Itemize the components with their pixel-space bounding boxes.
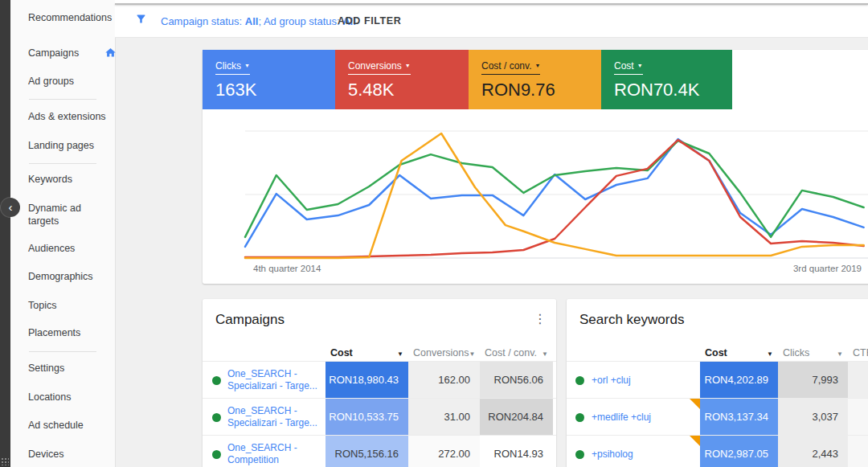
navigation-sidebar: Recommendations Campaigns Ad groups Ads … — [10, 0, 116, 467]
column-header-clicks[interactable]: Clicks▼ — [778, 338, 848, 361]
sidebar-item-label: Dynamic ad targets — [28, 203, 81, 227]
metric-selector[interactable]: Clicks▼ — [215, 60, 250, 75]
sidebar-divider — [29, 351, 96, 352]
left-rail — [0, 0, 10, 467]
keyword-name-cell: +medlife +cluj — [575, 399, 696, 436]
kebab-menu-icon[interactable]: ⋮ — [534, 312, 547, 326]
table-row: +medlife +cluj RON3,137.34 3,037 — [567, 398, 868, 436]
metric-selector[interactable]: Cost▼ — [614, 60, 643, 75]
conversions-cell: 272.00 — [408, 436, 480, 467]
clicks-cell: 3,037 — [778, 399, 848, 436]
sidebar-item-demographics[interactable]: Demographics — [28, 270, 107, 283]
keyword-name-cell: +orl +cluj — [575, 362, 696, 399]
chart-line-conversions — [245, 140, 864, 257]
conversions-cell: 162.00 — [408, 362, 480, 399]
campaign-link[interactable]: One_SEARCH - Specializari - Targe... — [227, 405, 326, 429]
cost-cell: RON3,137.34 — [700, 399, 778, 436]
keyword-name-cell: +psiholog — [575, 436, 696, 467]
dropdown-arrow-icon: ▼ — [244, 63, 250, 68]
status-dot-icon — [212, 376, 221, 385]
timeseries-chart[interactable] — [203, 109, 868, 284]
column-label: Cost — [330, 347, 353, 358]
campaign-link[interactable]: One_SEARCH - Competition — [227, 442, 326, 466]
table-row: One_SEARCH - Competition RON5,156.16 272… — [203, 435, 556, 467]
clicks-cell: 2,443 — [778, 436, 848, 467]
keyword-link[interactable]: +orl +cluj — [592, 375, 631, 387]
campaign-link[interactable]: One_SEARCH - Specializari - Targe... — [227, 368, 326, 392]
sidebar-item-ads-extensions[interactable]: Ads & extensions — [28, 110, 107, 123]
conversions-cell: 31.00 — [408, 399, 480, 436]
column-header-cost-per-conv[interactable]: Cost / conv.▼ — [480, 338, 553, 361]
column-label: Conversions — [413, 347, 469, 358]
scorecard-clicks[interactable]: Clicks▼ 163K — [203, 50, 335, 109]
sort-arrow-icon: ▼ — [542, 350, 548, 358]
campaign-name-cell: One_SEARCH - Specializari - Targe... — [212, 362, 326, 399]
column-header-conversions[interactable]: Conversions▼ — [408, 338, 480, 361]
note-corner-icon[interactable] — [690, 436, 700, 446]
sidebar-item-devices[interactable]: Devices — [28, 448, 107, 461]
status-dot-icon — [212, 450, 221, 459]
column-label: Cost — [705, 347, 727, 358]
chart-line-clicks — [245, 139, 864, 247]
note-corner-icon[interactable] — [690, 399, 700, 409]
dropdown-arrow-icon: ▼ — [637, 63, 643, 68]
filter-value: All — [245, 15, 259, 27]
x-axis-start-label: 4th quarter 2014 — [253, 264, 321, 273]
add-filter-button[interactable]: ADD FILTER — [338, 15, 401, 27]
sidebar-item-ad-groups[interactable]: Ad groups — [28, 75, 107, 88]
status-dot-icon — [575, 450, 584, 459]
table-title: Search keywords — [579, 312, 684, 328]
metric-selector[interactable]: Conversions▼ — [348, 60, 411, 75]
cost-per-conv-cell: RON204.84 — [480, 399, 553, 436]
sidebar-item-ad-schedule[interactable]: Ad schedule — [28, 419, 107, 432]
column-header-ctr[interactable]: CTR — [848, 338, 868, 361]
filter-funnel-icon — [135, 13, 147, 28]
sidebar-item-landing-pages[interactable]: Landing pages — [28, 139, 107, 152]
sort-arrow-icon: ▼ — [397, 350, 403, 358]
filter-text-part: ; Ad group status: — [258, 15, 342, 27]
sidebar-item-placements[interactable]: Placements — [28, 326, 107, 339]
sidebar-item-locations[interactable]: Locations — [28, 391, 107, 404]
resize-grip-dots[interactable] — [1, 457, 9, 465]
cost-cell: RON2,987.05 — [700, 436, 778, 467]
scorecard-conversions[interactable]: Conversions▼ 5.48K — [335, 50, 469, 109]
scorecard-cost[interactable]: Cost▼ RON70.4K — [601, 50, 732, 109]
column-header-cost[interactable]: Cost▼ — [326, 338, 408, 361]
sidebar-item-label: Ad schedule — [28, 420, 84, 431]
keyword-link[interactable]: +psiholog — [592, 449, 633, 461]
metric-value: 5.48K — [348, 80, 469, 100]
sidebar-item-label: Ad groups — [28, 76, 74, 87]
sidebar-item-label: Placements — [28, 327, 80, 338]
sidebar-item-keywords[interactable]: Keywords — [28, 173, 107, 186]
status-dot-icon — [212, 413, 221, 422]
sidebar-item-label: Audiences — [28, 243, 75, 254]
sort-arrow-icon: ▼ — [837, 350, 843, 358]
table-header-row: Cost▼ Conversions▼ Cost / conv.▼ — [203, 338, 556, 361]
sort-arrow-icon: ▼ — [767, 350, 773, 358]
metric-label: Conversions — [348, 60, 402, 72]
scorecard-cost-per-conv[interactable]: Cost / conv.▼ RON9.76 — [469, 50, 601, 109]
sidebar-item-recommendations[interactable]: Recommendations — [28, 11, 107, 24]
sidebar-divider — [29, 99, 96, 100]
keyword-link[interactable]: +medlife +cluj — [592, 412, 651, 424]
column-header-cost[interactable]: Cost▼ — [700, 338, 778, 361]
dropdown-arrow-icon: ▼ — [534, 63, 540, 68]
status-dot-icon — [575, 376, 584, 385]
column-label: CTR — [853, 347, 868, 358]
active-filters-summary[interactable]: Campaign status: All; Ad group status: A… — [161, 15, 356, 27]
metric-label: Clicks — [215, 60, 241, 72]
metric-value: 163K — [215, 80, 335, 100]
x-axis-end-label: 3rd quarter 2019 — [793, 264, 862, 273]
sidebar-item-audiences[interactable]: Audiences — [28, 242, 107, 255]
sidebar-item-dynamic-ad-targets[interactable]: Dynamic ad targets — [28, 202, 102, 227]
metric-selector[interactable]: Cost / conv.▼ — [481, 60, 540, 75]
sidebar-item-topics[interactable]: Topics — [28, 299, 107, 312]
column-label: Clicks — [783, 347, 809, 358]
ctr-cell — [848, 362, 868, 399]
sidebar-item-label: Topics — [28, 300, 56, 311]
collapse-sidebar-button[interactable]: ‹ — [1, 198, 20, 217]
sidebar-item-settings[interactable]: Settings — [28, 362, 107, 375]
sidebar-item-campaigns[interactable]: Campaigns — [28, 47, 107, 59]
sidebar-item-label: Settings — [28, 363, 64, 374]
sidebar-item-label: Campaigns — [28, 47, 79, 59]
